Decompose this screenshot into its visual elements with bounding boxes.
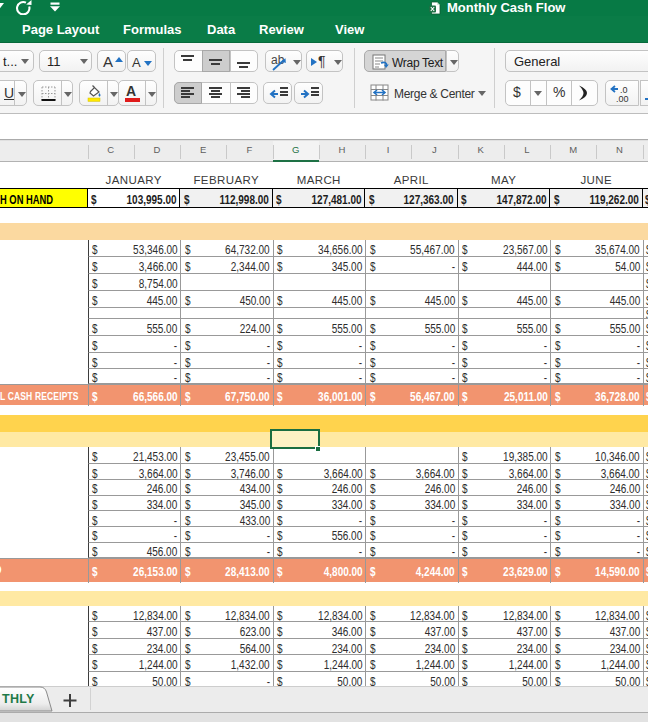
svg-text:.00: .00: [616, 94, 629, 104]
